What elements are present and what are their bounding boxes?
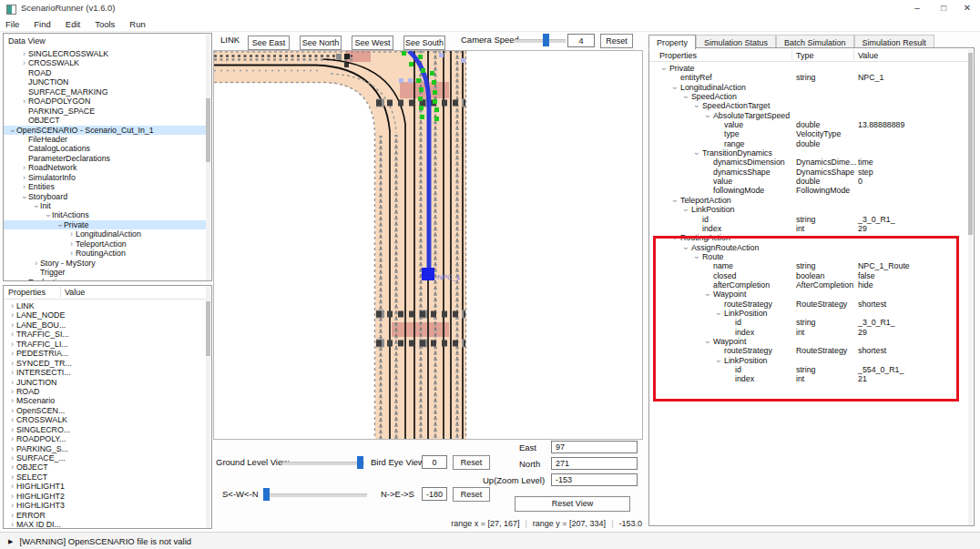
expanded-arrow-icon[interactable]: › (659, 65, 669, 73)
property-scrollbar[interactable] (968, 49, 973, 526)
table-row[interactable]: ›LinkPosition (649, 205, 963, 214)
see-south-button[interactable]: See South (403, 36, 445, 50)
tree-row[interactable]: ›LANE_BOU... (4, 320, 206, 330)
table-row[interactable]: ›Waypoint (649, 337, 963, 346)
collapsed-arrow-icon[interactable]: › (8, 368, 16, 377)
expanded-arrow-icon[interactable]: › (692, 253, 701, 261)
reset-view-button[interactable]: Reset View (515, 496, 630, 512)
collapsed-arrow-icon[interactable]: › (8, 340, 16, 349)
camera-speed-slider[interactable] (515, 39, 566, 43)
collapsed-arrow-icon[interactable]: › (8, 463, 16, 472)
table-row[interactable]: ›TransitionDynamics (649, 148, 963, 158)
data-view-scrollbar[interactable] (206, 35, 210, 281)
collapsed-arrow-icon[interactable]: › (8, 520, 16, 529)
table-row[interactable]: ›AssignRouteAction (649, 243, 963, 252)
tree-row[interactable]: ›ROADPOLY... (4, 434, 206, 443)
tree-row[interactable]: ›SINGLECRO... (4, 425, 206, 434)
expanded-arrow-icon[interactable]: › (670, 197, 679, 205)
rotation-slider-thumb[interactable] (263, 488, 270, 501)
collapsed-arrow-icon[interactable]: › (8, 406, 16, 415)
tree-row[interactable]: ›TRAFFIC_SI... (4, 330, 206, 339)
tree-row[interactable]: ›LongitudinalAction (4, 229, 206, 239)
tree-row[interactable]: ›CROSSWALK (4, 415, 206, 424)
table-row[interactable]: ›LongitudinalAction (649, 83, 963, 92)
camera-reset-button[interactable]: Reset (600, 34, 633, 48)
tree-row[interactable]: ›HIGHLIGHT2 (4, 492, 206, 501)
camera-speed-slider-thumb[interactable] (543, 34, 549, 46)
collapsed-arrow-icon[interactable]: › (67, 239, 76, 249)
close-button[interactable]: ✕ (954, 0, 980, 16)
collapsed-arrow-icon[interactable]: › (8, 473, 16, 482)
collapsed-arrow-icon[interactable]: › (8, 320, 16, 330)
expanded-arrow-icon[interactable]: › (714, 357, 723, 365)
tab-property[interactable]: Property (648, 35, 696, 50)
map-canvas[interactable]: NPC_1 (213, 50, 643, 440)
expanded-arrow-icon[interactable]: › (692, 103, 701, 111)
bird-eye-input[interactable] (422, 455, 447, 469)
expanded-arrow-icon[interactable]: › (703, 338, 712, 346)
tree-row[interactable]: ›PARKING_S... (4, 444, 206, 453)
tree-row[interactable]: ›TeleportAction (4, 239, 206, 249)
expanded-arrow-icon[interactable]: › (692, 149, 701, 158)
table-row[interactable]: idstring_3_0_R1_ (649, 318, 963, 327)
table-row[interactable]: ›TeleportAction (649, 196, 963, 205)
table-row[interactable]: dynamicsDimensionDynamicsDime...time (649, 158, 963, 167)
tree-row[interactable]: ›SURFACE_MARKING (4, 87, 206, 97)
collapsed-arrow-icon[interactable]: › (8, 387, 16, 396)
menu-item-find[interactable]: Find (26, 19, 57, 29)
tree-row[interactable]: ›OpenSCENARIO - Scenario_Cut_In_1 (4, 126, 206, 135)
scrollbar-thumb[interactable] (206, 301, 210, 356)
see-west-button[interactable]: See West (352, 36, 393, 50)
tree-row[interactable]: ›ROADPOLYGON (4, 97, 206, 106)
table-row[interactable]: closedbooleanfalse (649, 271, 963, 280)
table-row[interactable]: followingModeFollowingMode (649, 186, 963, 195)
collapsed-arrow-icon[interactable]: › (67, 229, 76, 239)
maximize-button[interactable]: □ (931, 0, 956, 16)
tree-row[interactable]: ›HIGHLIGHT1 (4, 482, 206, 491)
table-row[interactable]: indexint29 (649, 328, 963, 337)
tree-row[interactable]: ›FileHeader (4, 135, 206, 144)
table-row[interactable]: ›Route (649, 252, 963, 261)
table-row[interactable]: afterCompletionAfterCompletionhide (649, 280, 963, 290)
collapsed-arrow-icon[interactable]: › (8, 301, 16, 310)
camera-speed-input[interactable] (567, 34, 595, 47)
tree-row[interactable]: ›OBJECT (4, 116, 206, 125)
expanded-arrow-icon[interactable]: › (681, 206, 690, 214)
table-row[interactable]: valuedouble0 (649, 177, 963, 186)
collapsed-arrow-icon[interactable]: › (8, 482, 16, 491)
expanded-arrow-icon[interactable]: › (670, 234, 679, 242)
table-row[interactable]: ›RoutingAction (649, 233, 963, 242)
table-row[interactable]: indexint21 (649, 374, 963, 383)
tree-row[interactable]: ›ROAD (4, 387, 206, 396)
table-row[interactable]: ›SpeedAction (649, 92, 963, 101)
expanded-arrow-icon[interactable]: › (714, 310, 723, 318)
expanded-arrow-icon[interactable]: › (20, 193, 29, 201)
up-zoom-input[interactable] (551, 473, 638, 486)
tree-row[interactable]: ›OBJECT (4, 463, 206, 472)
ground-level-slider[interactable] (282, 462, 364, 465)
tree-row[interactable]: ›INTERSECTI... (4, 368, 206, 377)
tree-row[interactable]: ›LANE_NODE (4, 310, 206, 320)
tree-row[interactable]: ›HIGHLIGHT3 (4, 501, 206, 510)
tree-row[interactable]: ›RoadNetwork (4, 163, 206, 172)
table-row[interactable]: ›AbsoluteTargetSpeed (649, 111, 963, 120)
expanded-arrow-icon[interactable]: › (32, 202, 41, 210)
tree-row[interactable]: ›InitActions (4, 210, 206, 219)
collapsed-arrow-icon[interactable]: › (20, 173, 28, 182)
npc-marker[interactable] (422, 268, 434, 280)
table-row[interactable]: idstring_3_0_R1_ (649, 215, 963, 224)
table-row[interactable]: namestringNPC_1_Route (649, 261, 963, 270)
scrollbar-thumb[interactable] (968, 53, 973, 235)
expanded-arrow-icon[interactable]: › (56, 221, 65, 229)
menu-item-edit[interactable]: Edit (58, 19, 87, 29)
collapsed-arrow-icon[interactable]: › (8, 501, 16, 510)
rotation-reset-button[interactable]: Reset (453, 487, 490, 502)
tree-row[interactable]: ›SYNCED_TR... (4, 359, 206, 368)
collapsed-arrow-icon[interactable]: › (20, 182, 28, 191)
see-north-button[interactable]: See North (300, 36, 342, 50)
ground-level-slider-thumb[interactable] (357, 456, 363, 469)
tree-row[interactable]: ›SURFACE_... (4, 453, 206, 463)
expanded-arrow-icon[interactable]: › (681, 244, 690, 252)
table-row[interactable]: ›Private (649, 64, 963, 73)
table-row[interactable]: rangedouble (649, 139, 963, 148)
